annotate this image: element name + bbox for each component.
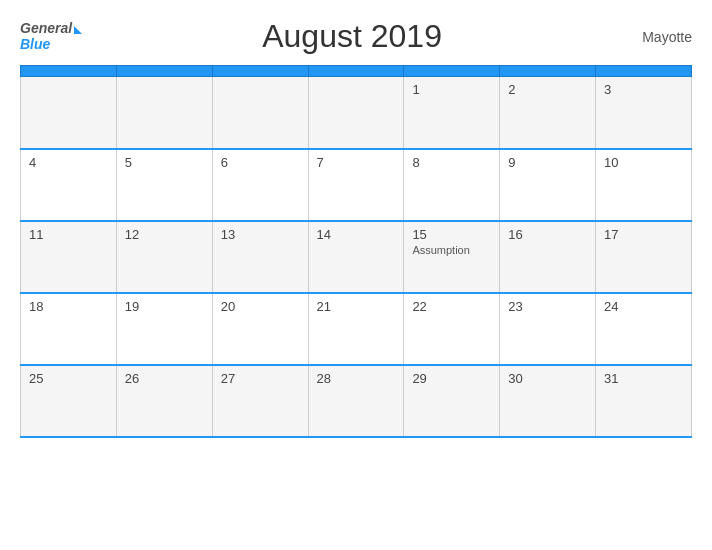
calendar-cell: 23 [500,293,596,365]
cell-date: 22 [412,299,491,314]
cell-date: 8 [412,155,491,170]
calendar-cell: 20 [212,293,308,365]
cell-date: 25 [29,371,108,386]
month-title: August 2019 [262,18,442,54]
header-wednesday [308,66,404,77]
cell-date: 29 [412,371,491,386]
calendar-cell: 6 [212,149,308,221]
cell-date: 30 [508,371,587,386]
calendar-cell: 8 [404,149,500,221]
cell-date: 20 [221,299,300,314]
calendar-cell: 28 [308,365,404,437]
calendar-cell: 26 [116,365,212,437]
cell-date: 3 [604,82,683,97]
cell-date: 24 [604,299,683,314]
calendar-cell: 15Assumption [404,221,500,293]
calendar-cell: 3 [596,77,692,149]
cell-date: 23 [508,299,587,314]
calendar-cell: 22 [404,293,500,365]
calendar-cell: 7 [308,149,404,221]
calendar-cell [116,77,212,149]
cell-date: 10 [604,155,683,170]
calendar-cell: 10 [596,149,692,221]
page: General Blue August 2019 Mayotte 1234567… [0,0,712,550]
logo: General Blue [20,21,82,52]
calendar-cell: 13 [212,221,308,293]
calendar-week-row: 45678910 [21,149,692,221]
header-friday [500,66,596,77]
calendar-cell: 9 [500,149,596,221]
calendar-cell: 16 [500,221,596,293]
cell-date: 21 [317,299,396,314]
header-tuesday [212,66,308,77]
calendar-cell: 2 [500,77,596,149]
cell-date: 4 [29,155,108,170]
calendar-cell: 25 [21,365,117,437]
header-sunday [21,66,117,77]
calendar-cell: 12 [116,221,212,293]
calendar-cell [21,77,117,149]
calendar-cell: 1 [404,77,500,149]
cell-date: 11 [29,227,108,242]
calendar-cell: 17 [596,221,692,293]
cell-date: 7 [317,155,396,170]
header: General Blue August 2019 Mayotte [20,18,692,55]
weekday-header-row [21,66,692,77]
cell-date: 16 [508,227,587,242]
cell-date: 17 [604,227,683,242]
calendar-cell: 4 [21,149,117,221]
header-thursday [404,66,500,77]
calendar-cell: 11 [21,221,117,293]
cell-date: 27 [221,371,300,386]
cell-date: 12 [125,227,204,242]
calendar-cell: 18 [21,293,117,365]
calendar-cell: 21 [308,293,404,365]
calendar-cell: 14 [308,221,404,293]
calendar-cell [308,77,404,149]
cell-date: 18 [29,299,108,314]
calendar-cell: 30 [500,365,596,437]
cell-date: 5 [125,155,204,170]
cell-date: 26 [125,371,204,386]
cell-date: 6 [221,155,300,170]
header-saturday [596,66,692,77]
calendar-cell: 29 [404,365,500,437]
cell-date: 28 [317,371,396,386]
calendar-week-row: 1112131415Assumption1617 [21,221,692,293]
header-monday [116,66,212,77]
calendar-cell: 24 [596,293,692,365]
calendar-cell: 31 [596,365,692,437]
cell-date: 9 [508,155,587,170]
cell-date: 13 [221,227,300,242]
calendar-cell [212,77,308,149]
calendar-cell: 19 [116,293,212,365]
cell-date: 31 [604,371,683,386]
calendar-week-row: 25262728293031 [21,365,692,437]
calendar-week-row: 123 [21,77,692,149]
region-label: Mayotte [622,29,692,45]
cell-date: 14 [317,227,396,242]
calendar-cell: 5 [116,149,212,221]
calendar-week-row: 18192021222324 [21,293,692,365]
cell-event: Assumption [412,244,491,256]
calendar-table: 123456789101112131415Assumption161718192… [20,65,692,438]
cell-date: 19 [125,299,204,314]
cell-date: 1 [412,82,491,97]
cell-date: 15 [412,227,491,242]
cell-date: 2 [508,82,587,97]
calendar-cell: 27 [212,365,308,437]
